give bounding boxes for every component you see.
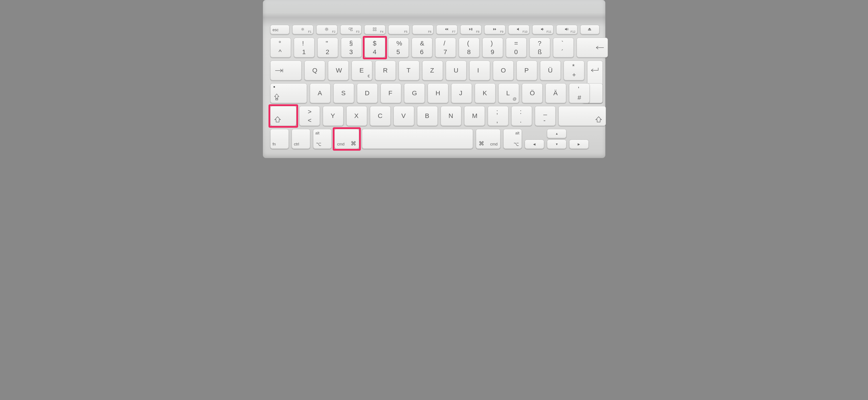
key-z[interactable]: Z (422, 61, 443, 81)
key-f8[interactable]: F8 (460, 25, 482, 34)
key-label: alt (515, 131, 519, 136)
key-upper: _ (544, 108, 547, 115)
svg-line-15 (326, 28, 326, 28)
key-plus[interactable]: *+ (564, 61, 584, 81)
key-1[interactable]: !1 (294, 38, 315, 58)
svg-rect-31 (276, 99, 278, 100)
key-caps[interactable] (270, 83, 307, 103)
key-arrow-up[interactable]: ▲ (547, 129, 566, 138)
shift-icon (595, 116, 602, 123)
key-arrow-right[interactable]: ▶ (569, 140, 589, 149)
key-lower: - (544, 117, 546, 124)
dashboard-icon (372, 27, 377, 32)
key-letter: W (336, 67, 342, 74)
key-h[interactable]: H (428, 83, 448, 103)
key-4[interactable]: $4 (365, 38, 385, 58)
key-ae[interactable]: Ä (546, 83, 566, 103)
key-0[interactable]: =0 (506, 38, 527, 58)
key-f3[interactable]: F3 (340, 25, 362, 34)
key-comma[interactable]: ;, (488, 106, 508, 126)
key-cmd-right[interactable]: cmd⌘ (476, 129, 500, 149)
fn-label: F11 (547, 30, 551, 33)
key-lower: , (496, 117, 498, 124)
key-j[interactable]: J (451, 83, 472, 103)
key-9[interactable]: )9 (482, 38, 503, 58)
key-alt-left[interactable]: alt (313, 129, 332, 149)
key-l[interactable]: L@ (498, 83, 519, 103)
key-esc[interactable]: esc (270, 25, 289, 34)
key-ltgt[interactable]: >< (299, 106, 320, 126)
key-fn[interactable]: fn (270, 129, 289, 149)
key-eject[interactable] (580, 25, 599, 34)
key-v[interactable]: V (394, 106, 414, 126)
key-x[interactable]: X (346, 106, 367, 126)
key-c[interactable]: C (370, 106, 391, 126)
key-backspace[interactable] (577, 38, 608, 58)
key-w[interactable]: W (328, 61, 349, 81)
key-7[interactable]: /7 (435, 38, 456, 58)
key-letter: I (477, 67, 479, 74)
key-arrow-down[interactable]: ▼ (547, 140, 566, 149)
key-letter: N (448, 112, 453, 119)
key-grave[interactable]: °^ (270, 38, 291, 58)
svg-rect-19 (351, 28, 352, 29)
key-8[interactable]: (8 (459, 38, 479, 58)
key-f9[interactable]: F9 (484, 25, 505, 34)
key-5[interactable]: %5 (388, 38, 409, 58)
key-f6[interactable]: F6 (412, 25, 433, 34)
key-u[interactable]: U (446, 61, 467, 81)
key-arrow-left[interactable]: ◀ (525, 140, 544, 149)
key-2[interactable]: "2 (317, 38, 338, 58)
key-f10[interactable]: F10 (508, 25, 529, 34)
key-cmd-left[interactable]: cmd⌘ (335, 129, 359, 149)
key-shift-left[interactable] (270, 106, 297, 126)
key-hash[interactable]: '# (569, 83, 590, 103)
key-t[interactable]: T (399, 61, 420, 81)
key-i[interactable]: I (469, 61, 490, 81)
key-period[interactable]: :. (511, 106, 532, 126)
key-y[interactable]: Y (323, 106, 343, 126)
key-b[interactable]: B (417, 106, 438, 126)
key-f1[interactable]: F1 (292, 25, 313, 34)
key-sz[interactable]: ?ß (529, 38, 550, 58)
key-tab[interactable] (270, 61, 302, 81)
key-f11[interactable]: F11 (532, 25, 553, 34)
key-upper: ! (302, 39, 304, 47)
fwd-icon (492, 27, 497, 32)
key-d[interactable]: D (357, 83, 378, 103)
key-m[interactable]: M (464, 106, 485, 126)
key-oe[interactable]: Ö (522, 83, 542, 103)
fn-label: F4 (380, 30, 383, 33)
key-a[interactable]: A (310, 83, 331, 103)
key-q[interactable]: Q (304, 61, 325, 81)
key-s[interactable]: S (333, 83, 354, 103)
key-g[interactable]: G (404, 83, 425, 103)
key-shift-right[interactable] (558, 106, 606, 126)
key-f7[interactable]: F7 (436, 25, 458, 34)
key-3[interactable]: §3 (341, 38, 362, 58)
fn-label: F9 (500, 30, 503, 33)
key-letter: Ü (548, 67, 553, 74)
key-letter: P (525, 67, 529, 74)
key-e[interactable]: E€ (351, 61, 372, 81)
key-minus[interactable]: _- (535, 106, 556, 126)
key-6[interactable]: &6 (412, 38, 432, 58)
key-f4[interactable]: F4 (364, 25, 385, 34)
key-space[interactable] (362, 129, 473, 149)
key-f[interactable]: F (380, 83, 401, 103)
key-acute[interactable]: `´ (553, 38, 574, 58)
key-f5[interactable]: F5 (388, 25, 409, 34)
key-ue[interactable]: Ü (540, 61, 561, 81)
key-f12[interactable]: F12 (556, 25, 578, 34)
key-ctrl[interactable]: ctrl (292, 129, 310, 149)
key-f2[interactable]: F2 (316, 25, 338, 34)
key-r[interactable]: R (375, 61, 396, 81)
key-alt-right[interactable]: alt (503, 129, 522, 149)
key-label: cmd (337, 142, 345, 146)
key-label: cmd (490, 142, 497, 146)
fn-label: F7 (452, 30, 455, 33)
key-o[interactable]: O (493, 61, 514, 81)
key-k[interactable]: K (475, 83, 496, 103)
key-n[interactable]: N (441, 106, 461, 126)
key-p[interactable]: P (517, 61, 537, 81)
